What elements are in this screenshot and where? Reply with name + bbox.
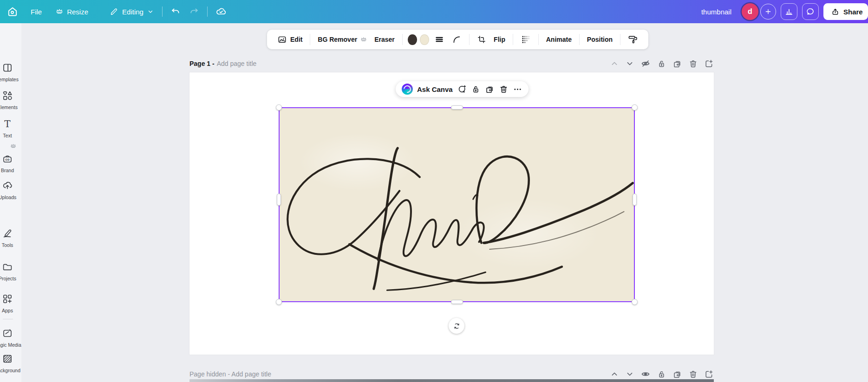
rotate-handle[interactable] [449, 318, 464, 334]
ask-canva-button[interactable]: Ask Canva [417, 85, 453, 93]
insights-button[interactable] [781, 3, 797, 20]
comment-button[interactable] [457, 84, 467, 94]
delete-page-button[interactable] [688, 59, 698, 69]
move-page-up-button[interactable] [610, 369, 619, 379]
line-weight-button[interactable] [431, 32, 448, 47]
selection-handle-bottom-left[interactable] [276, 299, 282, 305]
sidebar-item-label: Background [0, 368, 21, 373]
sidebar-item-tools[interactable]: Tools [0, 228, 21, 248]
selection-handle-top-left[interactable] [276, 104, 282, 110]
object-panel-rail: Templates Elements T Text [0, 23, 21, 382]
home-icon [7, 6, 19, 18]
crop-button[interactable] [473, 32, 490, 46]
page-1-controls [610, 58, 714, 69]
delete-button[interactable] [499, 84, 509, 94]
sidebar-item-brand[interactable]: co Brand [0, 153, 21, 173]
eraser-button[interactable]: Eraser [371, 33, 398, 45]
animate-button[interactable]: Animate [542, 33, 575, 45]
undo-button[interactable] [166, 4, 185, 19]
position-button[interactable]: Position [583, 33, 616, 45]
rotate-icon [453, 322, 461, 330]
divider [579, 34, 580, 45]
sidebar-item-templates[interactable]: Templates [0, 62, 21, 82]
sidebar-item-apps[interactable]: Apps [0, 293, 21, 313]
curve-icon [452, 35, 462, 45]
projects-icon [0, 261, 21, 272]
sidebar-item-elements[interactable]: Elements [0, 90, 21, 110]
divider [538, 34, 539, 45]
sidebar-item-background[interactable]: Background [0, 353, 21, 373]
color-swatch-primary[interactable] [408, 34, 417, 45]
selection-handle-top-right[interactable] [632, 104, 638, 110]
duplicate-page-button[interactable] [672, 369, 682, 379]
crown-icon [10, 143, 16, 149]
divider [207, 6, 208, 17]
divider [310, 34, 310, 45]
sidebar-item-text[interactable]: T Text [0, 118, 21, 138]
page-1-title[interactable]: Page 1 - Add page title [189, 60, 256, 67]
redo-icon [189, 6, 199, 17]
delete-page-button[interactable] [688, 369, 698, 379]
color-swatch-secondary[interactable] [420, 34, 429, 45]
chat-bubble-icon [806, 7, 815, 16]
page-2-title[interactable]: Page hidden - Add page title [189, 370, 271, 378]
sidebar-item-label: Text [0, 133, 21, 138]
lock-button[interactable] [471, 84, 481, 94]
sidebar-item-magic-media[interactable]: Magic Media [0, 328, 21, 348]
copy-style-button[interactable] [624, 32, 642, 47]
hide-page-button[interactable] [640, 58, 651, 69]
share-upload-icon [831, 7, 840, 16]
edit-image-button[interactable]: Edit [274, 32, 306, 47]
divider [469, 34, 470, 45]
redo-button[interactable] [185, 4, 203, 19]
templates-icon [0, 62, 21, 73]
comments-button[interactable] [802, 3, 819, 20]
bg-remover-button[interactable]: BG Remover [314, 33, 371, 45]
move-page-down-button[interactable] [625, 59, 634, 68]
lock-page-button[interactable] [657, 59, 666, 69]
sidebar-item-label: Tools [0, 242, 21, 248]
avatar[interactable]: d [742, 3, 758, 20]
selection-handle-bottom-right[interactable] [632, 299, 638, 305]
duplicate-button[interactable] [485, 84, 495, 94]
brand-icon: co [0, 153, 21, 164]
sidebar-item-label: Uploads [0, 194, 21, 200]
document-title[interactable]: thumbnail [701, 8, 731, 16]
home-button[interactable] [3, 3, 22, 20]
signature-image[interactable] [280, 108, 634, 301]
save-status-button[interactable] [211, 3, 231, 20]
edit-image-icon [277, 35, 287, 45]
resize-button[interactable]: Resize [51, 5, 93, 19]
animate-label: Animate [546, 36, 572, 43]
move-page-down-button[interactable] [625, 369, 634, 379]
edit-label: Edit [290, 36, 302, 43]
sidebar-item-label: Brand [0, 168, 21, 173]
paint-roller-icon [628, 34, 638, 45]
selection-handle-left[interactable] [277, 194, 281, 206]
selection-handle-top[interactable] [451, 105, 463, 110]
transparency-button[interactable] [517, 32, 535, 47]
duplicate-page-button[interactable] [672, 59, 682, 69]
curve-button[interactable] [448, 32, 465, 47]
share-button[interactable]: Share [823, 3, 868, 20]
page-2-canvas-edge[interactable] [189, 379, 714, 382]
move-page-up-button[interactable] [610, 59, 619, 68]
add-page-button[interactable] [704, 369, 714, 379]
apps-icon [0, 293, 21, 304]
lock-page-button[interactable] [657, 369, 666, 379]
editing-mode-button[interactable]: Editing [105, 5, 158, 19]
selection-handle-right[interactable] [633, 194, 637, 206]
crown-icon [360, 36, 367, 43]
page-1-title-placeholder: Add page title [217, 60, 257, 67]
sidebar-item-projects[interactable]: Projects [0, 261, 21, 281]
more-options-button[interactable] [513, 84, 522, 94]
selection-handle-bottom[interactable] [451, 300, 463, 304]
add-page-button[interactable] [704, 59, 714, 69]
transparency-icon [521, 34, 531, 45]
show-page-button[interactable] [640, 369, 651, 379]
file-menu-button[interactable]: File [26, 5, 46, 19]
plus-icon [764, 8, 772, 15]
flip-button[interactable]: Flip [490, 33, 509, 45]
sidebar-item-uploads[interactable]: Uploads [0, 180, 21, 200]
invite-member-button[interactable] [760, 4, 776, 19]
